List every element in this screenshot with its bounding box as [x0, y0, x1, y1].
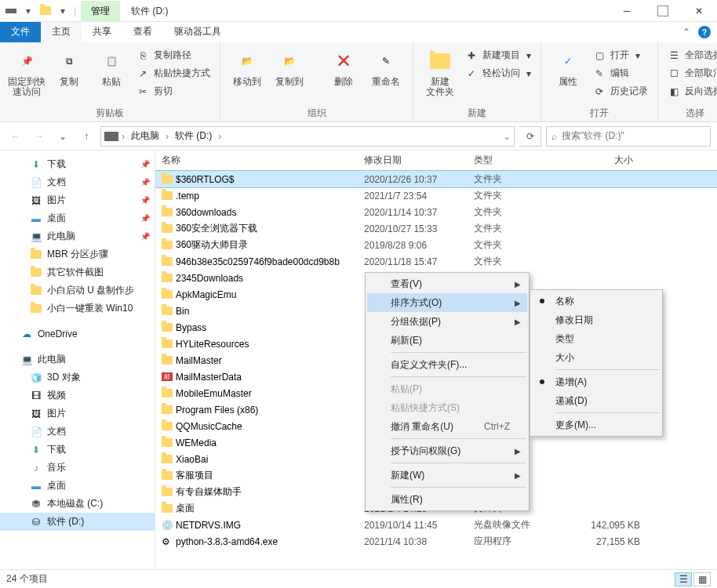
recent-dropdown[interactable]: ⌄ — [53, 127, 72, 146]
search-input[interactable]: ⌕ 搜索"软件 (D:)" — [546, 126, 711, 147]
ctx-grant-access[interactable]: 授予访问权限(G)▶ — [367, 441, 527, 460]
sort-by-date[interactable]: 修改日期 — [532, 310, 661, 329]
file-type: 应用程序 — [474, 535, 568, 548]
copy-button[interactable]: ⧉复制 — [49, 45, 89, 90]
new-item-button[interactable]: ✚新建项目▾ — [462, 47, 534, 64]
sidebar-item-music[interactable]: ♪音乐 — [0, 459, 155, 477]
sort-descending[interactable]: 递减(D) — [532, 391, 661, 410]
ctx-new[interactable]: 新建(W)▶ — [367, 466, 527, 485]
select-none-button[interactable]: ☐全部取消 — [664, 65, 717, 82]
sidebar-item-pictures[interactable]: 🖼图片📌 — [0, 191, 155, 209]
column-header-name[interactable]: 名称 — [155, 154, 358, 167]
invert-selection-button[interactable]: ◧反向选择 — [664, 83, 717, 100]
sidebar-item-local-c[interactable]: ⛃本地磁盘 (C:) — [0, 495, 155, 513]
ribbon-collapse-icon[interactable]: ⌃ — [682, 27, 690, 38]
ctx-undo-rename[interactable]: 撤消 重命名(U)Ctrl+Z — [367, 417, 527, 436]
view-thumbnails-button[interactable]: ▦ — [693, 572, 711, 586]
sidebar-item-3d[interactable]: 🧊3D 对象 — [0, 368, 155, 387]
sidebar-item-pictures2[interactable]: 🖼图片 — [0, 405, 155, 423]
sidebar-item-videos[interactable]: 🎞视频 — [0, 387, 155, 405]
file-row[interactable]: 946b38e35c0259746f9bade00dcd9b8b2020/11/… — [155, 253, 717, 270]
rename-button[interactable]: ✎重命名 — [366, 45, 406, 90]
sidebar-item-downloads[interactable]: ⬇下载📌 — [0, 155, 155, 173]
tab-view[interactable]: 查看 — [122, 22, 163, 42]
tab-file[interactable]: 文件 — [0, 22, 41, 42]
dropdown-icon[interactable]: ⌄ — [503, 131, 511, 142]
chevron-right-icon[interactable]: › — [218, 131, 221, 142]
up-button[interactable]: ↑ — [77, 127, 96, 146]
file-row[interactable]: 360downloads2020/11/14 10:37文件夹 — [155, 204, 717, 220]
sidebar-item-soft-d[interactable]: ⛁软件 (D:) — [0, 513, 155, 531]
maximize-button[interactable] — [645, 0, 681, 21]
sort-ascending[interactable]: 递增(A) — [532, 372, 661, 391]
open-button[interactable]: ▢打开▾ — [590, 47, 651, 64]
copy-path-button[interactable]: ⎘复制路径 — [133, 47, 213, 64]
tab-share[interactable]: 共享 — [82, 22, 122, 42]
sidebar-item-downloads2[interactable]: ⬇下载 — [0, 441, 155, 459]
chevron-right-icon[interactable]: › — [166, 131, 169, 142]
pin-quick-access-button[interactable]: 📌固定到快 速访问 — [6, 45, 47, 100]
file-row[interactable]: 360安全浏览器下载2020/10/27 15:33文件夹 — [155, 220, 717, 237]
select-all-button[interactable]: ☰全部选择 — [664, 47, 717, 64]
copy-to-button[interactable]: 📂复制到 — [269, 45, 310, 90]
move-to-button[interactable]: 📂移动到 — [227, 45, 268, 90]
edit-button[interactable]: ✎编辑 — [590, 65, 651, 82]
sidebar-item-desktop[interactable]: ▬桌面📌 — [0, 209, 155, 227]
tab-drive-tools[interactable]: 驱动器工具 — [163, 22, 232, 42]
sidebar-item-onedrive[interactable]: ☁OneDrive — [0, 325, 155, 343]
sort-more[interactable]: 更多(M)... — [532, 416, 661, 434]
ctx-group[interactable]: 分组依据(P)▶ — [367, 312, 527, 331]
ctx-refresh[interactable]: 刷新(E) — [367, 331, 527, 350]
sidebar-item-thispc-quick[interactable]: 💻此电脑📌 — [0, 227, 155, 245]
file-row[interactable]: .temp2021/1/7 23:54文件夹 — [155, 187, 717, 204]
file-row[interactable]: 360驱动大师目录2019/8/28 9:06文件夹 — [155, 237, 717, 253]
forward-button[interactable]: → — [30, 127, 49, 146]
column-header-type[interactable]: 类型 — [468, 154, 562, 167]
sidebar-item-other-sw[interactable]: 其它软件截图 — [0, 263, 155, 281]
contextual-tab-manage[interactable]: 管理 — [81, 1, 120, 22]
ctx-view[interactable]: 查看(V)▶ — [367, 274, 527, 293]
file-name: .temp — [176, 191, 364, 201]
new-folder-button[interactable]: 新建 文件夹 — [420, 45, 460, 100]
breadcrumb[interactable]: 此电脑 — [128, 129, 162, 143]
paste-shortcut-button[interactable]: ↗粘贴快捷方式 — [133, 65, 213, 82]
paste-button[interactable]: 📋粘贴 — [91, 45, 132, 90]
cut-button[interactable]: ✂剪切 — [133, 83, 213, 100]
ctx-customize[interactable]: 自定义文件夹(F)... — [367, 355, 527, 374]
sidebar-item-mbr[interactable]: MBR 分区步骤 — [0, 245, 155, 263]
minimize-button[interactable]: ─ — [609, 0, 645, 21]
qat-dropdown-icon[interactable]: ▾ — [56, 5, 69, 17]
sidebar-item-desktop2[interactable]: ▬桌面 — [0, 477, 155, 495]
sidebar-item-documents2[interactable]: 📄文档 — [0, 423, 155, 441]
sort-by-name[interactable]: 名称 — [532, 292, 661, 310]
back-button[interactable]: ← — [6, 127, 25, 146]
view-details-button[interactable]: ☰ — [675, 572, 692, 586]
column-header-date[interactable]: 修改日期 — [358, 154, 468, 167]
chevron-right-icon[interactable]: › — [122, 131, 125, 142]
easy-access-icon: ✓ — [465, 67, 478, 80]
address-bar[interactable]: › 此电脑 › 软件 (D:) › ⌄ — [100, 126, 515, 147]
help-icon[interactable]: ? — [698, 26, 711, 38]
sidebar-item-thispc[interactable]: 💻此电脑 — [0, 350, 155, 368]
file-row[interactable]: 💿NETDRVS.IMG2019/10/14 11:45光盘映像文件142,09… — [155, 517, 717, 533]
sort-by-type[interactable]: 类型 — [532, 329, 661, 348]
qat-save-icon[interactable]: ▾ — [22, 5, 35, 17]
navigation-pane[interactable]: ⬇下载📌 📄文档📌 🖼图片📌 ▬桌面📌 💻此电脑📌 MBR 分区步骤 其它软件截… — [0, 151, 155, 569]
sidebar-item-xiaobai-u[interactable]: 小白启动 U 盘制作步 — [0, 281, 155, 299]
history-button[interactable]: ⟳历史记录 — [590, 83, 651, 100]
breadcrumb[interactable]: 软件 (D:) — [172, 129, 215, 143]
delete-button[interactable]: ✕删除 — [323, 45, 364, 90]
close-button[interactable]: ✕ — [681, 0, 717, 21]
properties-button[interactable]: ✓属性 — [548, 45, 588, 90]
ctx-sort[interactable]: 排序方式(O)▶ — [367, 293, 527, 312]
file-row[interactable]: ⚙python-3.8.3-amd64.exe2021/1/4 10:38应用程… — [155, 533, 717, 550]
easy-access-button[interactable]: ✓轻松访问▾ — [462, 65, 534, 82]
sidebar-item-documents[interactable]: 📄文档📌 — [0, 173, 155, 191]
column-header-size[interactable]: 大小 — [562, 154, 640, 167]
ctx-properties[interactable]: 属性(R) — [367, 490, 527, 509]
sidebar-item-xiaobai-win10[interactable]: 小白一键重装 Win10 — [0, 299, 155, 318]
file-row[interactable]: $360RTLOG$2020/12/26 10:37文件夹 — [155, 171, 717, 187]
sort-by-size[interactable]: 大小 — [532, 348, 661, 367]
refresh-button[interactable]: ⟳ — [519, 126, 541, 147]
tab-home[interactable]: 主页 — [41, 22, 82, 42]
